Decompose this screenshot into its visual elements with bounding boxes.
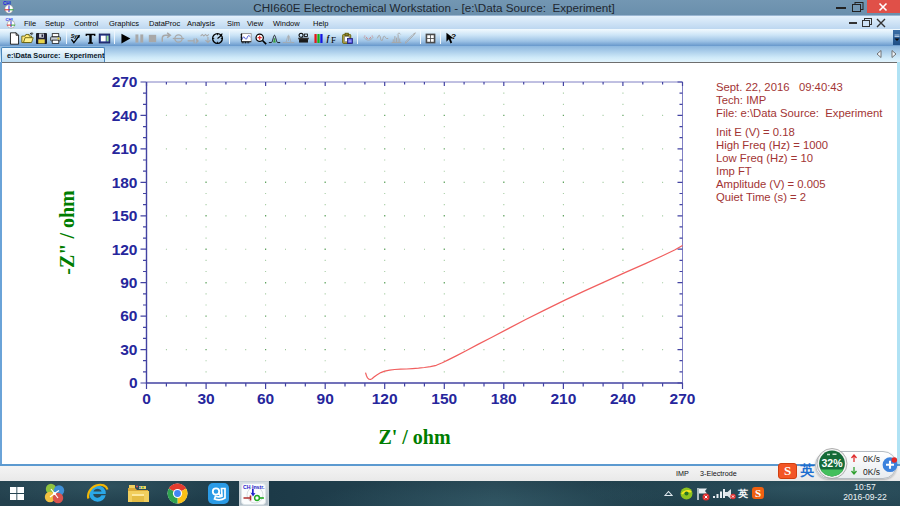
svg-text:240: 240 <box>112 107 138 124</box>
svg-text:180: 180 <box>491 390 517 407</box>
svg-text:0: 0 <box>129 374 138 391</box>
svg-text:30: 30 <box>197 390 214 407</box>
svg-text:?: ? <box>451 32 456 41</box>
svg-text:150: 150 <box>431 390 457 407</box>
svg-text:CH Instr.: CH Instr. <box>243 484 265 490</box>
svg-text:60: 60 <box>257 390 274 407</box>
svg-text:30: 30 <box>120 341 137 358</box>
svg-text:120: 120 <box>112 241 138 258</box>
svg-text:F: F <box>331 34 336 44</box>
svg-text:60: 60 <box>120 307 137 324</box>
svg-text:210: 210 <box>550 390 576 407</box>
svg-text:-Z" / ohm: -Z" / ohm <box>56 190 78 275</box>
svg-text:210: 210 <box>112 140 138 157</box>
svg-text:180: 180 <box>112 174 138 191</box>
svg-text:270: 270 <box>112 73 138 90</box>
svg-text:270: 270 <box>670 390 696 407</box>
svg-text:120: 120 <box>372 390 398 407</box>
svg-text:240: 240 <box>610 390 636 407</box>
svg-text:Z' / ohm: Z' / ohm <box>378 426 451 448</box>
svg-text:0: 0 <box>142 390 151 407</box>
svg-text:32%: 32% <box>821 457 843 469</box>
svg-text:90: 90 <box>120 274 137 291</box>
svg-text:90: 90 <box>317 390 334 407</box>
svg-text:150: 150 <box>112 207 138 224</box>
